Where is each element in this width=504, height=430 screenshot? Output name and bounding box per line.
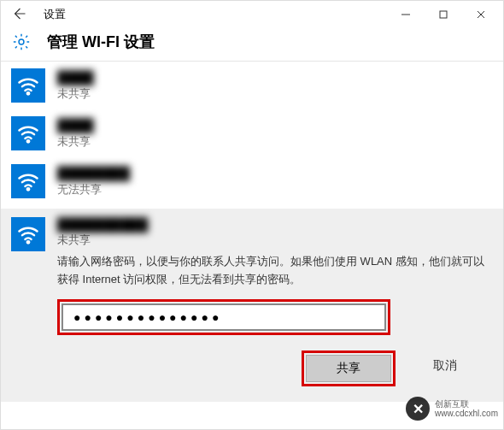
svg-rect-1	[440, 11, 447, 18]
svg-point-4	[19, 39, 24, 44]
network-item[interactable]: ████ 未共享	[11, 62, 493, 109]
password-highlight	[57, 299, 390, 335]
svg-point-6	[27, 140, 29, 142]
window-title: 设置	[44, 7, 66, 22]
network-name: ████████	[57, 166, 130, 180]
page-header: 管理 WI-FI 设置	[1, 28, 503, 61]
watermark-logo-icon: ✕	[406, 397, 430, 421]
network-name: ████	[57, 70, 94, 85]
page-title: 管理 WI-FI 设置	[47, 32, 155, 52]
wifi-icon	[11, 164, 45, 198]
share-button-highlight: 共享	[302, 350, 396, 386]
wifi-icon	[11, 116, 45, 150]
network-status: 无法共享	[57, 182, 130, 197]
share-button[interactable]: 共享	[306, 355, 391, 382]
network-status: 未共享	[57, 86, 94, 102]
network-item[interactable]: ████████ 无法共享	[11, 157, 493, 205]
password-input[interactable]	[62, 303, 386, 331]
selected-network-panel: ██████████ 未共享 请输入网络密码，以便与你的联系人共享访问。如果他们…	[1, 209, 503, 402]
gear-icon	[11, 32, 32, 52]
selected-network-name: ██████████	[57, 217, 486, 232]
close-icon[interactable]	[462, 3, 500, 27]
svg-point-7	[27, 188, 29, 190]
svg-point-8	[27, 241, 29, 243]
wifi-icon	[11, 217, 45, 251]
window-titlebar: 设置	[1, 1, 503, 28]
window-controls	[387, 3, 500, 27]
network-item[interactable]: ████ 未共享	[11, 109, 493, 157]
back-arrow-icon[interactable]	[11, 6, 32, 24]
maximize-icon[interactable]	[425, 3, 462, 27]
watermark-url: www.cdcxhl.com	[435, 409, 498, 418]
watermark-text: 创新互联	[435, 399, 498, 409]
network-name: ████	[57, 118, 94, 133]
cancel-button[interactable]: 取消	[411, 350, 479, 381]
watermark: ✕ 创新互联 www.cdcxhl.com	[406, 397, 498, 421]
selected-network-status: 未共享	[57, 233, 486, 248]
wifi-icon	[11, 68, 45, 103]
share-description: 请输入网络密码，以便与你的联系人共享访问。如果他们使用 WLAN 感知，他们就可…	[57, 253, 486, 289]
minimize-icon[interactable]	[387, 3, 425, 27]
network-status: 未共享	[57, 134, 94, 150]
svg-point-5	[27, 92, 29, 94]
